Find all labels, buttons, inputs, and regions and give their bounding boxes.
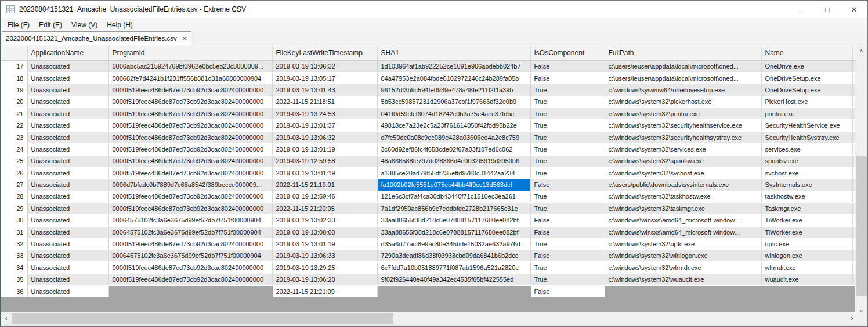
row-number-cell[interactable]: 18	[1, 72, 27, 84]
row-number-cell[interactable]: 33	[1, 250, 27, 261]
cell-name[interactable]: OneDriveSetup.exe	[761, 72, 852, 84]
cell-isoscomponent[interactable]: True	[530, 203, 605, 214]
row-number-cell[interactable]: 28	[1, 191, 27, 202]
cell-applicationname[interactable]: Unassociated	[27, 203, 108, 214]
cell-applicationname[interactable]: Unassociated	[27, 238, 108, 250]
cell-fullpath[interactable]: c:\windows\system32\wuauclt.exe	[605, 274, 761, 285]
header-applicationname[interactable]: ApplicationName	[27, 45, 108, 60]
cell-filekeylastwritetimestamp[interactable]: 2019-03-19 13:06:32	[272, 60, 377, 72]
row-number-cell[interactable]: 29	[1, 203, 27, 214]
cell-name[interactable]: SecurityHealthSystray.exe	[761, 131, 852, 143]
cell-fullpath[interactable]: c:\users\ieuser\appdata\local\microsoft\…	[605, 60, 761, 72]
cell-fullpath[interactable]: c:\windows\system32\taskmgr.exe	[605, 203, 761, 214]
row-number-cell[interactable]: 24	[1, 143, 27, 155]
menu-edit[interactable]: Edit (E)	[34, 19, 67, 31]
cell-programid[interactable]: 0000f519feec486de87ed73cb92d3cac80240000…	[108, 131, 272, 143]
cell-name[interactable]: OneDriveSetup.exe	[761, 84, 852, 96]
cell-applicationname[interactable]: Unassociated	[27, 84, 108, 96]
cell-name[interactable]: Taskmgr.exe	[761, 203, 852, 214]
cell-applicationname[interactable]: Unassociated	[27, 60, 108, 72]
maximize-button[interactable]: □	[814, 1, 841, 18]
cell-isoscomponent[interactable]: True	[530, 96, 605, 107]
cell-name[interactable]: TiWorker.exe	[761, 214, 852, 226]
cell-sha1[interactable]: 5b53cc59857231d2906a37cbf1f97666df32e0b9	[377, 96, 530, 107]
cell-applicationname[interactable]: Unassociated	[27, 274, 108, 285]
header-programid[interactable]: ProgramId	[108, 45, 272, 60]
cell-isoscomponent[interactable]: True	[530, 155, 605, 167]
cell-filekeylastwritetimestamp[interactable]: 2019-03-19 13:29:25	[272, 262, 377, 274]
cell-name[interactable]: PickerHost.exe	[761, 96, 852, 107]
row-number-cell[interactable]: 30	[1, 214, 27, 226]
cell-isoscomponent[interactable]: False	[530, 214, 605, 226]
header-name[interactable]: Name	[761, 45, 852, 60]
cell-applicationname[interactable]: Unassociated	[27, 96, 108, 107]
cell-fullpath[interactable]	[605, 285, 761, 297]
cell-name[interactable]: taskhostw.exe	[761, 191, 852, 202]
cell-sha1[interactable]: 3c60d92ef86fc4f658cde02f67a03f107ed6c062	[377, 143, 530, 155]
header-isoscomponent[interactable]: IsOsComponent	[530, 45, 605, 60]
cell-sha1[interactable]: 1d103964af1ab922252ce1091e906abdebb024b7	[377, 60, 530, 72]
cell-sha1[interactable]: d7fc50dc0a08c9ec089e428a03606ee4a2e8c759	[377, 131, 530, 143]
tab-csv-file[interactable]: 20230804151321_Amcache_UnassociatedFileE…	[2, 31, 191, 45]
cell-fullpath[interactable]: c:\windows\system32\wlrmdr.exe	[605, 262, 761, 274]
row-number-cell[interactable]: 36	[1, 285, 27, 297]
cell-filekeylastwritetimestamp[interactable]: 2019-03-19 13:01:37	[272, 120, 377, 131]
cell-programid[interactable]: 0000f519feec486de87ed73cb92d3cac80240000…	[108, 167, 272, 179]
cell-name[interactable]: TiWorker.exe	[761, 226, 852, 238]
cell-name[interactable]: wlrmdr.exe	[761, 262, 852, 274]
cell-isoscomponent[interactable]: True	[530, 131, 605, 143]
cell-fullpath[interactable]: c:\windows\system32\spoolsv.exe	[605, 155, 761, 167]
cell-fullpath[interactable]: c:\windows\system32\pickerhost.exe	[605, 96, 761, 107]
cell-name[interactable]: wuauclt.exe	[761, 274, 852, 285]
cell-sha1[interactable]: fa1002b02fc5551e075ec44bb4ff9cc13d563dcf	[377, 179, 530, 191]
header-sha1[interactable]: SHA1	[377, 45, 530, 60]
cell-fullpath[interactable]: c:\windows\system32\winlogon.exe	[605, 250, 761, 261]
cell-name[interactable]: SecurityHealthService.exe	[761, 120, 852, 131]
cell-programid[interactable]: 0000f519feec486de87ed73cb92d3cac80240000…	[108, 96, 272, 107]
cell-isoscomponent[interactable]: True	[530, 108, 605, 120]
cell-filekeylastwritetimestamp[interactable]: 2022-11-15 21:19:01	[272, 179, 377, 191]
cell-sha1[interactable]: 7290a3deadf86d38f03933cbd09da6841b6b2dcc	[377, 250, 530, 261]
cell-isoscomponent[interactable]: False	[530, 226, 605, 238]
cell-programid[interactable]	[108, 285, 272, 297]
cell-applicationname[interactable]: Unassociated	[27, 167, 108, 179]
cell-programid[interactable]: 0000f519feec486de87ed73cb92d3cac80240000…	[108, 155, 272, 167]
cell-isoscomponent[interactable]: True	[530, 167, 605, 179]
row-number-cell[interactable]: 25	[1, 155, 27, 167]
cell-sha1[interactable]: 96152df3b9c594fe0939e478a48fe211f2f1a39b	[377, 84, 530, 96]
cell-filekeylastwritetimestamp[interactable]: 2019-03-19 13:24:53	[272, 108, 377, 120]
cell-programid[interactable]: 000682fe7d4241b1f201ff556b881d31a6080000…	[108, 72, 272, 84]
cell-isoscomponent[interactable]: True	[530, 84, 605, 96]
cell-fullpath[interactable]: c:\users\public\downloads\sysinternals.e…	[605, 179, 761, 191]
header-filekeylastwritetimestamp[interactable]: FileKeyLastWriteTimestamp	[272, 45, 377, 60]
cell-applicationname[interactable]: Unassociated	[27, 214, 108, 226]
cell-fullpath[interactable]: c:\windows\system32\printui.exe	[605, 108, 761, 120]
cell-programid[interactable]: 0006d7bfadc0b7889d7c68a8542f389becce0000…	[108, 179, 272, 191]
cell-applicationname[interactable]: Unassociated	[27, 72, 108, 84]
scroll-up-icon[interactable]: ∧	[855, 45, 867, 55]
cell-applicationname[interactable]: Unassociated	[27, 108, 108, 120]
cell-name[interactable]: spoolsv.exe	[761, 155, 852, 167]
cell-programid[interactable]: 0000f519feec486de87ed73cb92d3cac80240000…	[108, 238, 272, 250]
cell-applicationname[interactable]: Unassociated	[27, 131, 108, 143]
menu-file[interactable]: File (F)	[3, 19, 34, 31]
cell-filekeylastwritetimestamp[interactable]: 2019-03-19 13:01:19	[272, 167, 377, 179]
cell-fullpath[interactable]: c:\windows\system32\securityhealthsystra…	[605, 131, 761, 143]
cell-sha1[interactable]: 33aa88655f38d218c6e07888157117680ee082bf	[377, 226, 530, 238]
cell-isoscomponent[interactable]: False	[530, 60, 605, 72]
row-number-cell[interactable]: 34	[1, 262, 27, 274]
scroll-left-icon[interactable]: ‹	[1, 312, 11, 324]
row-number-cell[interactable]: 23	[1, 131, 27, 143]
cell-sha1[interactable]: 49818ce7a23e2c5a23f761614050f42fdd95b22e	[377, 120, 530, 131]
cell-name[interactable]: SysInternals.exe	[761, 179, 852, 191]
minimize-button[interactable]: –	[787, 1, 814, 18]
horizontal-scrollbar[interactable]: ‹ ›	[1, 312, 857, 324]
cell-filekeylastwritetimestamp[interactable]: 2022-11-15 21:20:05	[272, 203, 377, 214]
cell-sha1[interactable]	[377, 285, 530, 297]
row-number-cell[interactable]: 21	[1, 108, 27, 120]
cell-fullpath[interactable]: c:\windows\system32\svchost.exe	[605, 167, 761, 179]
cell-sha1[interactable]: 33aa88655f38d218c6e07888157117680ee082bf	[377, 214, 530, 226]
cell-isoscomponent[interactable]: False	[530, 179, 605, 191]
row-number-cell[interactable]: 32	[1, 238, 27, 250]
cell-filekeylastwritetimestamp[interactable]: 2019-03-19 13:01:43	[272, 84, 377, 96]
